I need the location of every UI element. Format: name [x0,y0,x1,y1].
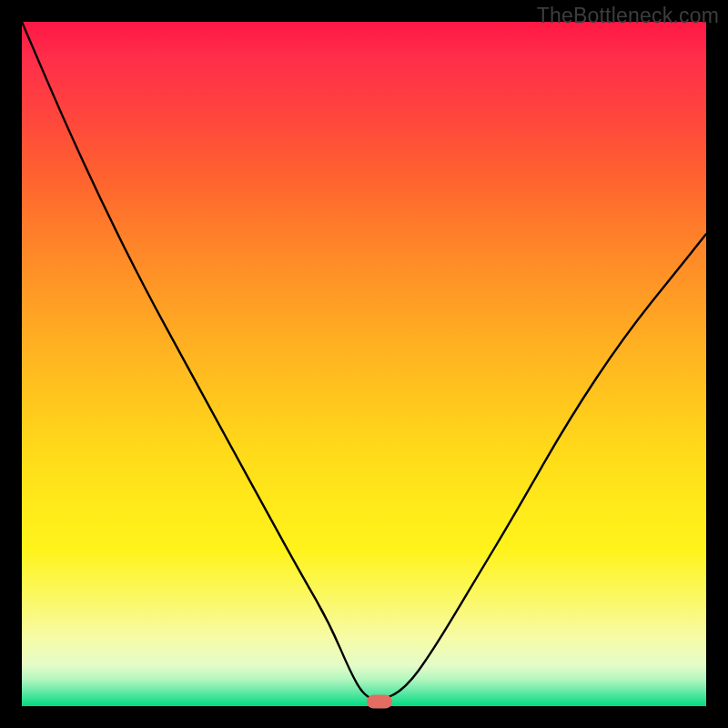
watermark-text: TheBottleneck.com [537,4,719,28]
chart-area [22,22,706,706]
bottleneck-minimum-marker [367,694,392,708]
bottleneck-curve [22,22,706,706]
